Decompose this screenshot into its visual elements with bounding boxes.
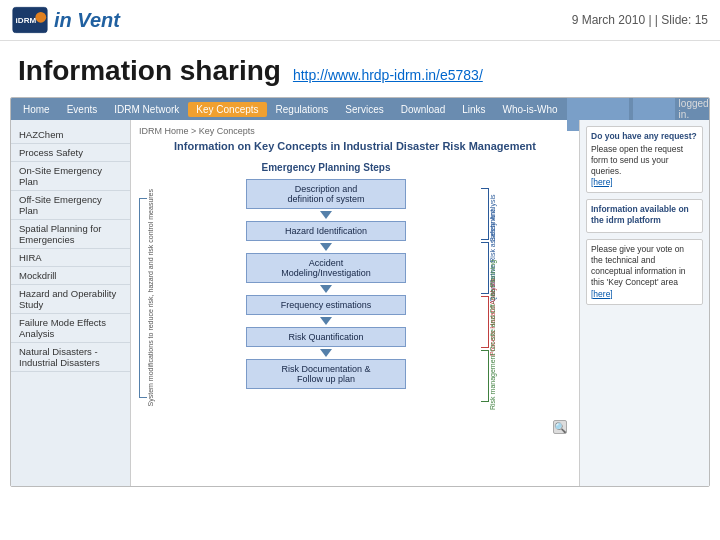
flow-arrow-4	[320, 317, 332, 325]
right-bracket-3	[481, 296, 489, 348]
nav-download[interactable]: Download	[393, 102, 453, 117]
nav-regulations[interactable]: Regulations	[268, 102, 337, 117]
right-box-1-link[interactable]: [here]	[591, 177, 613, 187]
right-panel-box-3: Please give your vote on the technical a…	[586, 239, 703, 304]
sidebar-item-hira[interactable]: HIRA	[11, 249, 130, 267]
left-bracket	[139, 198, 147, 398]
sidebar-item-hazchem[interactable]: HAZChem	[11, 126, 130, 144]
flow-arrow-2	[320, 243, 332, 251]
nav-services[interactable]: Services	[337, 102, 391, 117]
nav-events[interactable]: Events	[59, 102, 106, 117]
flow-arrow-3	[320, 285, 332, 293]
nav-links[interactable]: Links	[454, 102, 493, 117]
sidebar-item-spatial[interactable]: Spatial Planning for Emergencies	[11, 220, 130, 249]
right-panel-box-1: Do you have any request? Please open the…	[586, 126, 703, 193]
sidebar-item-hazop[interactable]: Hazard and Operability Study	[11, 285, 130, 314]
zoom-icon[interactable]: 🔍	[553, 420, 567, 434]
right-panel: Do you have any request? Please open the…	[579, 120, 709, 487]
flow-step-3: AccidentModeling/Investigation	[246, 253, 406, 283]
right-label-risk-mgmt: Risk management On-site and Off- site Pl…	[489, 350, 496, 410]
logo-icon: iDRM	[12, 6, 48, 34]
left-label-area: System modifications to reduce risk, haz…	[139, 158, 171, 438]
right-box-1-title: Do you have any request?	[591, 131, 698, 142]
main-content: IDRM Home > Key Concepts Information on …	[131, 120, 579, 487]
title-link[interactable]: http://www.hrdp-idrm.in/e5783/	[293, 67, 483, 83]
flow-step-6: Risk Documentation &Follow up plan	[246, 359, 406, 389]
flow-title: Emergency Planning Steps	[262, 162, 391, 173]
content-area: HAZChem Process Safety On-Site Emergency…	[11, 120, 709, 487]
nav-bar: Home Events IDRM Network Key Concepts Re…	[11, 98, 709, 120]
header-bar: iDRM in Vent 9 March 2010 | | Slide: 15	[0, 0, 720, 41]
right-labels-area: Safety Analysis Quantitative Risk assess…	[481, 158, 571, 438]
nav-home[interactable]: Home	[15, 102, 58, 117]
svg-point-2	[35, 12, 46, 23]
flow-arrow-5	[320, 349, 332, 357]
flow-step-1: Description anddefinition of system	[246, 179, 406, 209]
flow-step-4: Frequency estimations	[246, 295, 406, 315]
slide-info: 9 March 2010 | | Slide: 15	[572, 13, 708, 27]
logo-text: in Vent	[54, 9, 120, 32]
left-rotated-label: System modifications to reduce risk, haz…	[147, 189, 154, 406]
right-box-1-text: Please open the request form to send us …	[591, 144, 698, 177]
right-bracket-1	[481, 188, 489, 240]
sidebar-item-natural[interactable]: Natural Disasters - Industrial Disasters	[11, 343, 130, 372]
right-panel-box-2: Information available on the idrm platfo…	[586, 199, 703, 233]
nav-idrm-network[interactable]: IDRM Network	[106, 102, 187, 117]
diagram-area: System modifications to reduce risk, haz…	[139, 158, 571, 438]
nav-key-concepts[interactable]: Key Concepts	[188, 102, 266, 117]
sidebar-item-process-safety[interactable]: Process Safety	[11, 144, 130, 162]
page-title: Information sharing	[18, 55, 281, 87]
flow-step-5: Risk Quantification	[246, 327, 406, 347]
flow-center: Emergency Planning Steps Description and…	[175, 158, 477, 438]
sidebar-item-offsite[interactable]: Off-Site Emergency Plan	[11, 191, 130, 220]
right-label-4-wrap: Risk management On-site and Off- site Pl…	[481, 350, 496, 402]
right-box-2-title: Information available on the idrm platfo…	[591, 204, 698, 226]
title-section: Information sharing http://www.hrdp-idrm…	[0, 41, 720, 97]
left-sidebar: HAZChem Process Safety On-Site Emergency…	[11, 120, 131, 487]
svg-text:iDRM: iDRM	[16, 16, 37, 25]
nav-who-is-who[interactable]: Who-is-Who	[495, 102, 566, 117]
right-box-3-text: Please give your vote on the technical a…	[591, 244, 698, 288]
browser-frame: Home Events IDRM Network Key Concepts Re…	[10, 97, 710, 487]
sidebar-item-mockdrill[interactable]: Mockdrill	[11, 267, 130, 285]
breadcrumb: IDRM Home > Key Concepts	[139, 126, 571, 136]
sidebar-item-onsite[interactable]: On-Site Emergency Plan	[11, 162, 130, 191]
flow-arrow-1	[320, 211, 332, 219]
page-heading: Information on Key Concepts in Industria…	[139, 140, 571, 152]
sidebar-item-fmea[interactable]: Failure Mode Effects Analysis	[11, 314, 130, 343]
right-bracket-2	[481, 242, 489, 294]
right-bracket-4	[481, 350, 489, 402]
flow-step-2: Hazard Identification	[246, 221, 406, 241]
right-box-3-link[interactable]: [here]	[591, 289, 613, 299]
logo-area: iDRM in Vent	[12, 6, 120, 34]
